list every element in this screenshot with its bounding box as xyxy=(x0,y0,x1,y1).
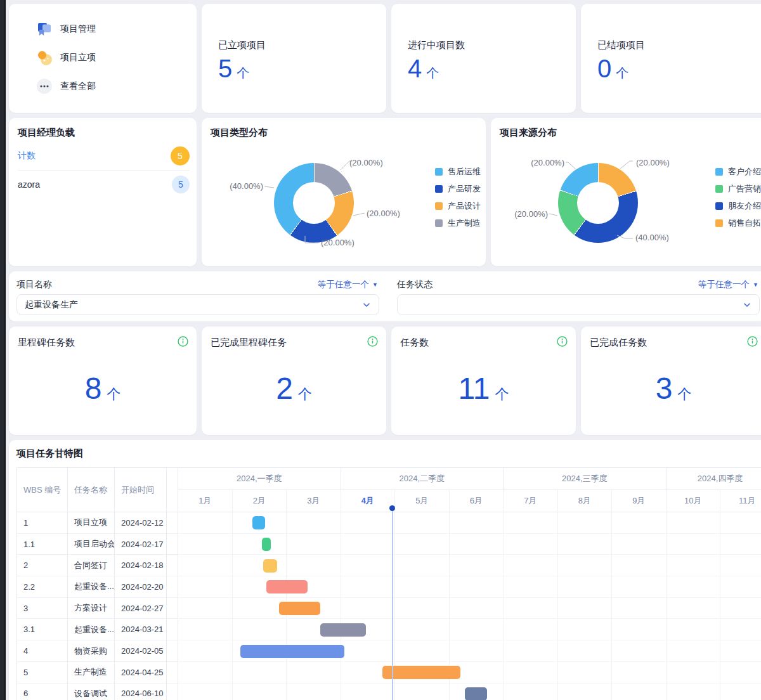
gantt-grid-cell xyxy=(612,619,667,641)
summary-card-initiated-projects: 已立项项目 5 个 xyxy=(202,4,386,113)
legend-swatch xyxy=(435,168,443,176)
gantt-bar[interactable] xyxy=(262,538,271,551)
gantt-grid-cell xyxy=(612,512,667,534)
stat-unit: 个 xyxy=(426,65,439,82)
gantt-bar[interactable] xyxy=(266,580,308,593)
gantt-grid-cell xyxy=(233,555,287,576)
chart-title: 项目来源分布 xyxy=(500,127,557,139)
gantt-start-date-cell: 2024-02-20 xyxy=(115,576,167,598)
gantt-grid-cell xyxy=(450,619,504,641)
gantt-column-header: 开始时间 xyxy=(115,468,167,512)
stat-number: 5 xyxy=(218,55,232,83)
metric-unit: 个 xyxy=(107,386,120,402)
gantt-grid-cell xyxy=(287,534,341,555)
stat-label: 已结项项目 xyxy=(597,39,645,51)
gantt-grid-cell xyxy=(504,598,558,619)
gantt-grid-cell xyxy=(178,598,233,619)
gantt-bar[interactable] xyxy=(252,516,265,529)
menu-item-label: 项目管理 xyxy=(60,23,96,35)
metric-label: 任务数 xyxy=(400,337,429,349)
legend-item[interactable]: 生产制造 xyxy=(435,217,481,229)
legend-item[interactable]: 客户介绍 xyxy=(715,166,761,178)
donut-chart-project-source[interactable] xyxy=(558,163,638,243)
gantt-grid-cell xyxy=(504,576,558,598)
gantt-grid-cell xyxy=(450,598,504,619)
gantt-grid-cell xyxy=(720,619,761,641)
gantt-grid-cell xyxy=(558,640,613,662)
filter-operator-dropdown[interactable]: 等于任意一个 ▼ xyxy=(698,279,758,290)
gantt-grid-cell xyxy=(450,512,504,534)
filter-operator-dropdown[interactable]: 等于任意一个 ▼ xyxy=(318,279,378,290)
project-type-chart-card: 项目类型分布 (20.00%) (20.00%) (20.00%) (40.00… xyxy=(202,118,486,266)
info-icon[interactable] xyxy=(557,336,568,349)
gantt-grid-cell xyxy=(720,598,761,619)
task-status-select[interactable] xyxy=(397,294,760,315)
legend-item[interactable]: 朋友介绍 xyxy=(715,200,761,212)
legend-item[interactable]: 产品研发 xyxy=(435,183,481,195)
legend-item[interactable]: 广告营销 xyxy=(715,183,761,195)
gantt-bar[interactable] xyxy=(382,666,460,679)
gantt-bar[interactable] xyxy=(465,687,487,700)
gantt-start-date-cell: 2024-02-17 xyxy=(115,534,167,555)
gantt-grid-cell xyxy=(341,534,396,555)
slice-label: (40.00%) xyxy=(218,181,263,191)
gantt-quarter-label: 2024,三季度 xyxy=(504,468,667,490)
gantt-grid-cell xyxy=(287,662,341,684)
filter-operator-label: 等于任意一个 xyxy=(698,279,750,290)
chart-legend: 售后运维产品研发产品设计生产制造 xyxy=(435,166,481,229)
gantt-task-name-cell: 设备调试 xyxy=(68,684,115,700)
gantt-grid-cell xyxy=(667,619,721,641)
gantt-grid-cell xyxy=(450,534,504,555)
menu-item-view-all[interactable]: 查看全部 xyxy=(36,78,96,94)
gantt-wbs-cell: 2 xyxy=(17,555,68,576)
gantt-grid-cell xyxy=(341,640,396,662)
gantt-quarter-label: 2024,二季度 xyxy=(341,468,504,490)
metric-label: 已完成里程碑任务 xyxy=(211,337,287,349)
gantt-bar[interactable] xyxy=(279,602,320,615)
gantt-grid-cell xyxy=(178,576,233,598)
gantt-grid-cell xyxy=(341,576,396,598)
caret-down-icon: ▼ xyxy=(753,282,758,288)
slice-label: (20.00%) xyxy=(367,209,400,218)
legend-item[interactable]: 销售自拓 xyxy=(715,217,761,229)
menu-item-project-initiation[interactable]: 项目立项 xyxy=(36,49,96,66)
legend-swatch xyxy=(715,202,723,210)
manager-load-header-row[interactable]: 计数 5 xyxy=(18,142,190,171)
gantt-month-label: 4月 xyxy=(341,490,396,512)
gantt-bar[interactable] xyxy=(263,559,277,573)
gantt-bar[interactable] xyxy=(240,645,344,658)
project-name-filter: 项目名称 等于任意一个 ▼ 起重设备生产 xyxy=(16,278,379,316)
filter-operator-label: 等于任意一个 xyxy=(318,279,369,290)
gantt-month-label: 1月 xyxy=(178,490,233,512)
gantt-grid-cell xyxy=(233,662,287,684)
gantt-grid-cell xyxy=(287,555,341,576)
manager-load-row[interactable]: azora 5 xyxy=(18,171,190,198)
gantt-grid-cell xyxy=(341,684,396,700)
stat-unit: 个 xyxy=(616,65,628,82)
gantt-start-date-cell: 2024-02-27 xyxy=(115,598,167,619)
gantt-grid-cell xyxy=(558,619,613,641)
slice-label: (20.00%) xyxy=(321,238,354,247)
gantt-grid-cell xyxy=(504,662,558,684)
gantt-spacer-cell xyxy=(167,662,178,684)
gantt-bar[interactable] xyxy=(320,623,366,637)
legend-label: 朋友介绍 xyxy=(728,200,761,212)
gantt-month-label: 11月 xyxy=(720,490,761,512)
gantt-grid-cell xyxy=(558,555,613,576)
slice-label: (40.00%) xyxy=(635,233,669,242)
legend-swatch xyxy=(435,219,443,227)
legend-item[interactable]: 售后运维 xyxy=(435,166,481,178)
menu-item-project-management[interactable]: 项目管理 xyxy=(36,21,96,37)
legend-label: 产品研发 xyxy=(448,183,481,195)
legend-item[interactable]: 产品设计 xyxy=(435,200,481,212)
donut-chart-project-type[interactable] xyxy=(274,163,354,243)
info-icon[interactable] xyxy=(367,336,378,349)
gantt-task-name-cell: 起重设备... xyxy=(68,619,115,641)
gantt-title: 项目任务甘特图 xyxy=(16,448,83,460)
project-name-select[interactable]: 起重设备生产 xyxy=(16,294,379,315)
gantt-grid-cell xyxy=(558,662,613,684)
filter-label: 项目名称 xyxy=(16,279,52,290)
info-icon[interactable] xyxy=(178,336,188,349)
info-icon[interactable] xyxy=(747,336,758,349)
count-column-label: 计数 xyxy=(18,150,36,162)
